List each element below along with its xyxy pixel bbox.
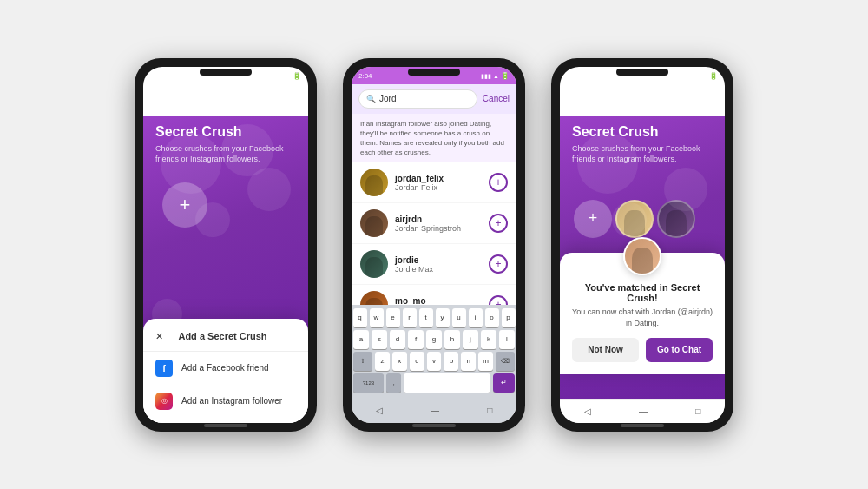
signal-icon-2: ▮▮▮ (481, 73, 491, 80)
key-space[interactable] (404, 373, 490, 393)
phone-3-home-bar (621, 424, 664, 427)
key-m[interactable]: m (478, 352, 493, 371)
add-result-0[interactable]: + (489, 173, 508, 192)
key-w[interactable]: w (370, 308, 384, 327)
add-facebook-item[interactable]: f Add a Facebook friend (143, 352, 308, 385)
not-now-button[interactable]: Not Now (572, 338, 639, 362)
key-y[interactable]: y (436, 308, 450, 327)
key-z[interactable]: z (375, 352, 390, 371)
key-u[interactable]: u (452, 308, 466, 327)
nav-back-2[interactable]: ◁ (376, 406, 383, 415)
phone-2-home-bar (412, 424, 456, 427)
search-input-wrap[interactable]: 🔍 Jord (358, 89, 477, 109)
wifi-icon-2: ▲ (493, 73, 499, 79)
key-enter[interactable]: ↵ (493, 373, 515, 393)
bottom-sheet-1: ✕ Add a Secret Crush f Add a Facebook fr… (143, 319, 308, 423)
match-popup: You've matched in Secret Crush! You can … (560, 253, 725, 373)
key-backspace[interactable]: ⌫ (496, 352, 515, 371)
battery-icon-2: 🔋 (501, 72, 510, 80)
phone-3-screen: 2:04 ▮▮▮ ▲ 🔋 ← ℹ Secret Crush Choose cru… (560, 67, 725, 423)
nav-recents-3[interactable]: □ (695, 406, 700, 416)
nav-home-2[interactable]: — (431, 406, 439, 415)
key-b[interactable]: b (444, 352, 458, 371)
back-button-1[interactable]: ← (152, 90, 171, 109)
key-j[interactable]: j (463, 330, 478, 349)
back-button-3[interactable]: ← (569, 90, 588, 109)
screen-content-3: Secret Crush Choose crushes from your Fa… (560, 116, 725, 399)
facebook-icon: f (155, 360, 173, 377)
go-to-chat-button[interactable]: Go to Chat (646, 338, 713, 362)
avatar-2 (360, 250, 388, 278)
key-x[interactable]: x (392, 352, 407, 371)
search-info-box: If an Instagram follower also joined Dat… (352, 114, 516, 163)
info-button-3[interactable]: ℹ (697, 90, 716, 109)
signal-icon-3: ▮▮▮ (689, 73, 700, 80)
top-nav-1: ← ℹ (143, 84, 308, 116)
key-o[interactable]: o (485, 308, 499, 327)
key-e[interactable]: e (386, 308, 400, 327)
battery-icon-3: 🔋 (709, 72, 718, 80)
close-sheet-button[interactable]: ✕ (155, 331, 163, 342)
add-crush-circle-1[interactable]: + (162, 182, 207, 228)
result-info-3: mo_mo Jordon Momo (395, 296, 482, 305)
search-info-text: If an Instagram follower also joined Dat… (360, 120, 504, 157)
avatar-3 (360, 291, 388, 304)
add-result-3[interactable]: + (489, 295, 508, 304)
sheet-title: Add a Secret Crush (172, 331, 273, 341)
key-s[interactable]: s (372, 330, 387, 349)
result-item-3[interactable]: mo_mo Jordon Momo + (352, 285, 516, 304)
key-d[interactable]: d (390, 330, 405, 349)
sheet-header-1: ✕ Add a Secret Crush (143, 327, 308, 352)
key-l[interactable]: l (499, 330, 515, 349)
phone-1-screen: 2:04 ▮▮▮ ▲ 🔋 ← ℹ Secret Crush (143, 67, 308, 423)
key-i[interactable]: i (469, 308, 483, 327)
add-result-1[interactable]: + (489, 214, 508, 233)
key-t[interactable]: t (419, 308, 433, 327)
time-3: 2:04 (567, 72, 581, 80)
match-title: You've matched in Secret Crush! (572, 282, 713, 303)
keyboard-row-4: ?123 , ↵ (353, 373, 515, 393)
key-n[interactable]: n (461, 352, 476, 371)
info-button-1[interactable]: ℹ (280, 90, 299, 109)
phone-3-notch (616, 69, 668, 76)
wifi-icon-3: ▲ (701, 73, 707, 79)
key-f[interactable]: f (408, 330, 424, 349)
keyboard-row-2: a s d f g h j k l (353, 330, 515, 349)
result-name-0: Jordan Felix (395, 183, 482, 192)
key-c[interactable]: c (410, 352, 424, 371)
result-username-2: jordie (395, 255, 482, 265)
key-comma[interactable]: , (386, 373, 401, 393)
nav-home-3[interactable]: — (639, 406, 648, 416)
search-results: jordan_felix Jordan Felix + airjrdn Jord… (352, 162, 516, 304)
nav-bar-3: ◁ — □ (560, 399, 725, 423)
status-icons-2: ▮▮▮ ▲ 🔋 (481, 72, 510, 80)
keyboard-row-3: ⇧ z x c v b n m ⌫ (353, 352, 515, 371)
key-k[interactable]: k (481, 330, 496, 349)
key-q[interactable]: q (353, 308, 367, 327)
bubble (612, 202, 647, 237)
match-subtitle: You can now chat with Jordan (@airjrdn) … (572, 307, 713, 328)
key-num[interactable]: ?123 (353, 373, 384, 393)
add-instagram-item[interactable]: ◎ Add an Instagram follower (143, 385, 308, 418)
key-h[interactable]: h (444, 330, 460, 349)
key-a[interactable]: a (353, 330, 369, 349)
screen-title-1: Secret Crush (155, 124, 296, 140)
top-nav-3: ← ℹ (560, 84, 725, 116)
screen-subtitle-1: Choose crushes from your Facebook friend… (155, 143, 296, 165)
key-r[interactable]: r (403, 308, 417, 327)
nav-back-3[interactable]: ◁ (584, 406, 591, 416)
key-shift[interactable]: ⇧ (353, 352, 372, 371)
result-item-2[interactable]: jordie Jordie Max + (352, 244, 516, 285)
result-item-1[interactable]: airjrdn Jordan Springstroh + (352, 203, 516, 244)
cancel-search-button[interactable]: Cancel (483, 94, 510, 103)
phone-2-screen: 2:04 ▮▮▮ ▲ 🔋 🔍 Jord Cancel If an Instagr… (352, 67, 516, 423)
nav-recents-2[interactable]: □ (487, 406, 492, 415)
search-icon: 🔍 (366, 95, 376, 103)
add-result-2[interactable]: + (489, 254, 508, 274)
status-icons-3: ▮▮▮ ▲ 🔋 (689, 72, 718, 80)
key-g[interactable]: g (426, 330, 442, 349)
key-v[interactable]: v (427, 352, 442, 371)
result-item-0[interactable]: jordan_felix Jordan Felix + (352, 162, 516, 203)
key-p[interactable]: p (502, 308, 516, 327)
screen-subtitle-3: Choose crushes from your Facebook friend… (572, 143, 713, 165)
